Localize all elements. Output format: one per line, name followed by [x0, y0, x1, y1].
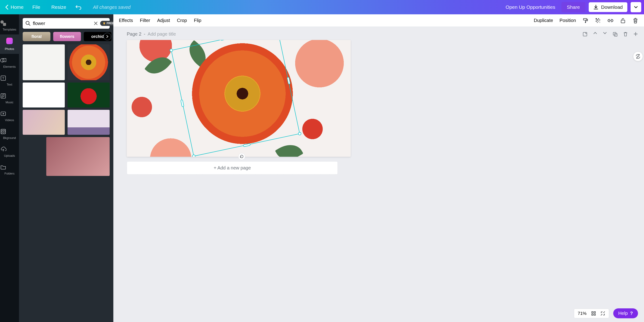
sync-plus-icon	[635, 54, 641, 59]
resize-menu[interactable]: Resize	[49, 3, 68, 11]
svg-rect-14	[598, 18, 599, 19]
chip-floral[interactable]: floral	[23, 32, 50, 41]
chip-flowers[interactable]: flowers	[53, 32, 81, 41]
ctx-filter[interactable]: Filter	[140, 18, 150, 23]
link-button[interactable]	[608, 17, 614, 23]
rotate-handle[interactable]	[238, 153, 245, 160]
plus-icon	[633, 32, 638, 36]
nav-videos[interactable]: Videos	[0, 107, 19, 125]
svg-rect-21	[621, 20, 625, 23]
uploads-icon	[0, 146, 19, 153]
music-icon	[0, 93, 19, 99]
download-button[interactable]: Download	[589, 2, 627, 12]
svg-rect-27	[592, 314, 593, 315]
nav-background-label: Bkground	[3, 136, 16, 140]
nav-folders[interactable]: Folders	[0, 161, 19, 178]
canvas-scroll[interactable]: Page 2 - Add page title	[113, 27, 644, 322]
photo-result[interactable]	[46, 137, 110, 176]
svg-rect-13	[596, 18, 597, 19]
nav-music[interactable]: Music	[0, 89, 19, 107]
lock-button[interactable]	[620, 17, 626, 23]
copy-style-button[interactable]	[582, 17, 588, 23]
fullscreen-button[interactable]	[600, 311, 605, 316]
delete-button[interactable]	[632, 17, 638, 23]
selection-bounding-box[interactable]	[171, 40, 300, 156]
photo-result[interactable]	[23, 137, 44, 176]
photo-result[interactable]	[68, 44, 110, 80]
ctx-flip[interactable]: Flip	[194, 18, 201, 23]
nav-rail: Templates Photos Elements T Text Music	[0, 14, 19, 322]
search-input[interactable]	[33, 21, 91, 26]
resize-handle-top[interactable]	[220, 40, 228, 41]
canvas-background-element[interactable]	[287, 40, 351, 93]
grid-view-button[interactable]	[591, 311, 596, 316]
move-page-down-button[interactable]	[603, 32, 607, 37]
resize-handle-left[interactable]	[180, 99, 184, 107]
share-button[interactable]: Share	[562, 2, 586, 12]
resize-handle-bottom[interactable]	[243, 143, 250, 147]
svg-rect-1	[3, 23, 6, 26]
nav-uploads[interactable]: Uploads	[0, 143, 19, 161]
nav-photos[interactable]: Photos	[0, 34, 19, 54]
chevron-up-icon	[593, 32, 597, 34]
delete-page-button[interactable]	[623, 32, 628, 37]
nav-uploads-label: Uploads	[4, 154, 15, 157]
photo-result[interactable]	[68, 82, 110, 107]
nav-background[interactable]: Bkground	[0, 125, 19, 143]
chevron-right-icon	[106, 35, 108, 38]
canvas-background-element[interactable]	[298, 114, 328, 144]
download-icon	[593, 5, 598, 10]
photo-result[interactable]	[68, 110, 110, 135]
move-page-up-button[interactable]	[593, 32, 597, 37]
zoom-controls: 71%	[574, 309, 609, 318]
photo-results	[23, 44, 110, 318]
nav-text[interactable]: T Text	[0, 72, 19, 89]
nav-music-label: Music	[6, 101, 14, 104]
add-new-page-button[interactable]: + Add a new page	[127, 161, 338, 175]
duplicate-page-button[interactable]	[612, 32, 618, 37]
help-label: Help	[618, 311, 628, 316]
page-canvas[interactable]	[127, 40, 351, 157]
zoom-value[interactable]: 71%	[578, 311, 587, 316]
svg-rect-19	[597, 22, 598, 23]
page-title-input[interactable]: Add page title	[148, 31, 176, 37]
photo-result[interactable]	[23, 44, 65, 80]
file-menu[interactable]: File	[30, 3, 42, 11]
canvas-background-element[interactable]	[127, 92, 157, 122]
home-button[interactable]: Home	[5, 4, 24, 10]
home-label: Home	[11, 4, 24, 10]
add-page-button[interactable]	[633, 32, 638, 37]
svg-text:T: T	[2, 76, 4, 80]
editor-area: Effects Filter Adjust Crop Flip Duplicat…	[113, 14, 644, 322]
help-button[interactable]: Help ?	[613, 308, 638, 318]
opportunities-link[interactable]: Open Up Opportunities	[506, 4, 556, 10]
photo-result[interactable]	[23, 82, 65, 107]
svg-rect-20	[599, 22, 600, 23]
lock-open-icon	[620, 18, 626, 23]
context-toolbar: Effects Filter Adjust Crop Flip Duplicat…	[113, 14, 644, 27]
svg-rect-28	[594, 314, 596, 315]
sync-fab-button[interactable]	[633, 52, 642, 61]
ctx-crop[interactable]: Crop	[177, 18, 187, 23]
chips-next-button[interactable]	[104, 33, 110, 40]
ctx-adjust[interactable]: Adjust	[157, 18, 170, 23]
download-more-button[interactable]	[630, 2, 641, 12]
svg-rect-22	[583, 32, 587, 36]
canvas-background-element[interactable]	[275, 139, 304, 157]
rotate-icon	[240, 154, 244, 159]
nav-templates[interactable]: Templates	[0, 17, 19, 34]
notes-button[interactable]	[582, 32, 588, 37]
undo-button[interactable]	[75, 5, 82, 10]
save-status: All changes saved	[93, 5, 130, 10]
background-icon	[0, 128, 19, 135]
ctx-effects[interactable]: Effects	[119, 18, 133, 23]
nav-elements[interactable]: Elements	[0, 54, 19, 72]
photo-result[interactable]	[23, 110, 65, 135]
svg-rect-11	[584, 18, 587, 20]
clear-search-button[interactable]	[94, 21, 98, 25]
trash-icon	[623, 32, 628, 37]
page-number-label: Page 2	[127, 31, 141, 37]
ctx-position[interactable]: Position	[560, 18, 576, 23]
transparency-button[interactable]	[595, 17, 601, 23]
ctx-duplicate[interactable]: Duplicate	[534, 18, 553, 23]
